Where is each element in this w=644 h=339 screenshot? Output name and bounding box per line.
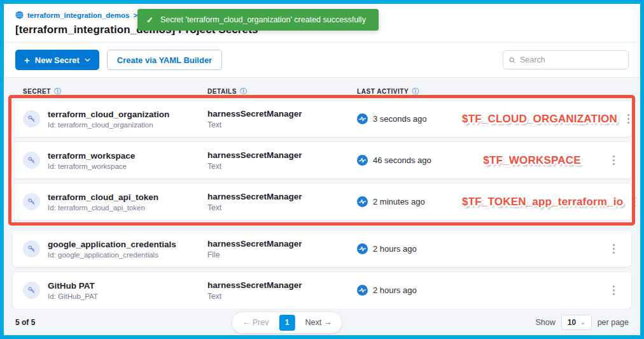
toast-message: Secret 'terraform_cloud_organization' cr…: [160, 15, 366, 24]
page-footer: 5 of 5 ← Prev 1 Next → Show 10 ⌄ per pag…: [4, 308, 640, 339]
show-label: Show: [535, 318, 555, 327]
secret-name[interactable]: terraform_cloud_api_token: [48, 192, 158, 202]
secret-id: Id: terraform_cloud_api_token: [48, 204, 158, 212]
row-menu-button[interactable]: [610, 153, 617, 168]
search-box[interactable]: [503, 50, 629, 69]
breadcrumb-separator: >: [133, 11, 137, 19]
details-cell: harnessSecretManager Text: [207, 150, 357, 171]
table-row[interactable]: terraform_cloud_organization Id: terrafo…: [13, 101, 631, 137]
details-cell: harnessSecretManager Text: [207, 109, 357, 129]
secret-key-icon: [23, 152, 40, 169]
breadcrumb-project[interactable]: terraform_integration_demos: [27, 11, 129, 19]
rows-rest: google_application_credentials Id: googl…: [13, 231, 631, 308]
secret-key-icon: [23, 110, 40, 127]
plus-icon: +: [24, 55, 30, 66]
secret-key-icon: [23, 282, 40, 299]
last-activity-cell: 2 hours ago: [357, 243, 462, 254]
secret-cell: terraform_cloud_organization Id: terrafo…: [23, 110, 207, 129]
secret-name[interactable]: GitHub PAT: [48, 281, 98, 291]
secrets-table: SECRET ⓘ DETAILS ⓘ LAST ACTIVITY ⓘ: [4, 78, 640, 308]
secret-type: Text: [207, 203, 357, 212]
new-secret-button[interactable]: + New Secret: [15, 50, 99, 70]
secret-id: Id: terraform_workspace: [48, 162, 135, 170]
table-row[interactable]: GitHub PAT Id: GitHub_PAT harnessSecretM…: [13, 272, 631, 308]
last-activity-cell: 3 seconds ago: [357, 113, 462, 124]
secret-cell: google_application_credentials Id: googl…: [23, 240, 207, 259]
page-size-select[interactable]: 10 ⌄: [561, 315, 592, 330]
secret-type: Text: [207, 120, 357, 129]
activity-icon: [357, 113, 368, 124]
activity-icon: [357, 243, 368, 254]
secret-key-icon: [23, 193, 40, 210]
last-activity-cell: 2 hours ago: [357, 285, 462, 296]
secret-name[interactable]: terraform_cloud_organization: [48, 110, 169, 119]
annotation-text: $TF_TOKEN_app_terraform_io: [462, 196, 623, 208]
info-icon[interactable]: ⓘ: [54, 88, 62, 95]
chevron-down-icon: ⌄: [580, 319, 585, 326]
secret-id: Id: terraform_cloud_organization: [48, 121, 169, 129]
last-activity-text: 2 hours ago: [373, 244, 417, 254]
row-menu-button[interactable]: [610, 283, 617, 298]
next-page-button[interactable]: Next →: [305, 318, 332, 327]
table-row[interactable]: terraform_cloud_api_token Id: terraform_…: [13, 184, 631, 220]
search-icon: [509, 56, 515, 64]
last-activity-text: 2 hours ago: [373, 285, 417, 295]
secret-name[interactable]: terraform_workspace: [48, 151, 135, 161]
secret-cell: terraform_cloud_api_token Id: terraform_…: [23, 192, 207, 212]
details-cell: harnessSecretManager Text: [207, 280, 357, 301]
secret-type: File: [207, 250, 357, 259]
details-cell: harnessSecretManager Text: [207, 192, 357, 212]
secret-manager: harnessSecretManager: [207, 150, 357, 160]
secret-name[interactable]: google_application_credentials: [48, 240, 176, 249]
last-activity-text: 2 minutes ago: [373, 197, 425, 206]
search-input[interactable]: [520, 55, 622, 64]
per-page-label: per page: [598, 318, 629, 327]
last-activity-cell: 2 minutes ago: [357, 196, 462, 207]
table-header-row: SECRET ⓘ DETAILS ⓘ LAST ACTIVITY ⓘ: [13, 82, 631, 101]
chevron-down-icon: [85, 58, 90, 62]
project-icon: [15, 11, 24, 19]
pagination: ← Prev 1 Next →: [232, 312, 342, 333]
table-row[interactable]: terraform_workspace Id: terraform_worksp…: [13, 142, 631, 178]
activity-icon: [357, 155, 368, 166]
success-toast: ✓ Secret 'terraform_cloud_organization' …: [137, 9, 379, 31]
column-header-details[interactable]: DETAILS ⓘ: [207, 88, 357, 95]
new-secret-label: New Secret: [35, 55, 80, 65]
prev-page-button[interactable]: ← Prev: [242, 318, 269, 327]
secret-id: Id: GitHub_PAT: [48, 292, 98, 300]
last-activity-text: 46 seconds ago: [373, 155, 431, 165]
column-header-last-activity[interactable]: LAST ACTIVITY ⓘ: [357, 88, 462, 95]
secret-manager: harnessSecretManager: [207, 192, 357, 201]
results-count: 5 of 5: [15, 318, 35, 327]
row-menu-button[interactable]: [610, 242, 617, 256]
secret-type: Text: [207, 292, 357, 301]
activity-icon: [357, 285, 368, 296]
secret-type: Text: [207, 162, 357, 171]
check-icon: ✓: [146, 15, 153, 25]
row-menu-button[interactable]: [625, 112, 632, 126]
toolbar: + New Secret Create via YAML Builder: [4, 43, 640, 78]
info-icon[interactable]: ⓘ: [240, 88, 248, 95]
info-icon[interactable]: ⓘ: [412, 88, 419, 95]
secret-manager: harnessSecretManager: [207, 109, 357, 119]
highlighted-rows-group: terraform_cloud_organization Id: terrafo…: [13, 101, 631, 220]
create-yaml-builder-button[interactable]: Create via YAML Builder: [107, 50, 222, 70]
details-cell: harnessSecretManager File: [207, 239, 357, 259]
secret-key-icon: [23, 240, 40, 257]
last-activity-text: 3 seconds ago: [373, 114, 427, 124]
secret-manager: harnessSecretManager: [207, 280, 357, 290]
annotation-text: $TF_CLOUD_ORGANIZATION: [462, 113, 617, 126]
activity-icon: [357, 196, 368, 207]
table-row[interactable]: google_application_credentials Id: googl…: [13, 231, 631, 267]
secret-id: Id: google_application_credentials: [48, 251, 176, 259]
per-page-control: Show 10 ⌄ per page: [535, 315, 629, 330]
secret-cell: terraform_workspace Id: terraform_worksp…: [23, 151, 207, 170]
column-header-secret[interactable]: SECRET ⓘ: [23, 88, 207, 95]
secret-cell: GitHub PAT Id: GitHub_PAT: [23, 281, 207, 300]
row-menu-button[interactable]: [631, 194, 638, 209]
secret-manager: harnessSecretManager: [207, 239, 357, 249]
current-page-button[interactable]: 1: [279, 315, 295, 331]
last-activity-cell: 46 seconds ago: [357, 155, 462, 166]
annotation-text: $TF_WORKSPACE: [462, 154, 602, 167]
